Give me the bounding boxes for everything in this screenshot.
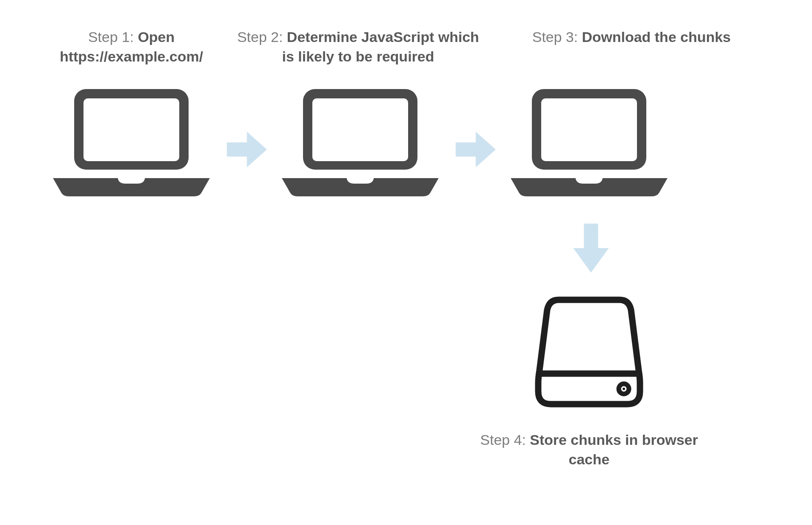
step-4-prefix: Step 4: — [480, 432, 530, 448]
step-4-label: Step 4: Store chunks in browser cache — [479, 430, 699, 469]
laptop-icon-3 — [509, 87, 670, 199]
svg-rect-5 — [541, 98, 637, 161]
step-2-prefix: Step 2: — [237, 29, 287, 45]
svg-rect-3 — [312, 98, 408, 161]
storage-drive-icon — [534, 295, 644, 409]
arrow-right-icon-1 — [225, 127, 269, 172]
step-3-bold: Download the chunks — [582, 29, 731, 45]
laptop-icon-2 — [280, 87, 441, 199]
laptop-icon-1 — [51, 87, 212, 199]
svg-rect-1 — [83, 98, 179, 161]
arrow-right-icon-2 — [453, 127, 498, 172]
step-3-prefix: Step 3: — [532, 29, 582, 45]
step-1-prefix: Step 1: — [88, 29, 138, 45]
step-1-label: Step 1: Open https://example.com/ — [25, 28, 237, 67]
step-2-label: Step 2: Determine JavaScript which is li… — [231, 28, 485, 67]
step-4-bold: Store chunks in browser cache — [530, 432, 698, 467]
svg-point-8 — [623, 388, 625, 390]
step-2-bold: Determine JavaScript which is likely to … — [282, 29, 479, 64]
arrow-down-icon — [569, 221, 613, 276]
step-3-label: Step 3: Download the chunks — [521, 28, 742, 47]
